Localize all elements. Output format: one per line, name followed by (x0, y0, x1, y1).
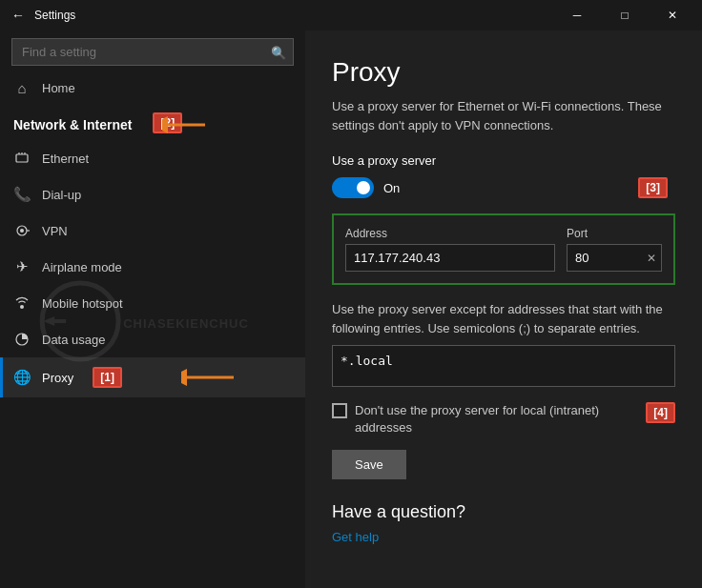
main-panel: Proxy Use a proxy server for Ethernet or… (305, 30, 702, 588)
sidebar-item-airplane-label: Airplane mode (42, 260, 122, 274)
sidebar-item-datausage[interactable]: Data usage (0, 321, 305, 357)
sidebar-item-ethernet[interactable]: Ethernet (0, 140, 305, 176)
address-input[interactable] (345, 244, 555, 272)
sidebar-item-dialup-label: Dial-up (42, 188, 81, 202)
exceptions-input[interactable]: *.local (332, 345, 675, 387)
sidebar-item-ethernet-label: Ethernet (42, 152, 89, 166)
datausage-icon (13, 331, 31, 348)
sidebar: 🔍 ⌂ Home Network & Internet [2] (0, 30, 305, 588)
port-clear-button[interactable]: ✕ (647, 252, 656, 265)
dialup-icon: 📞 (13, 186, 31, 203)
annotation-badge-3: [3] (638, 177, 668, 198)
arrow-2-svg (162, 113, 210, 136)
local-checkbox[interactable] (332, 403, 347, 418)
checkbox-label: Don't use the proxy server for local (in… (355, 402, 630, 436)
port-input-wrap: ✕ (567, 244, 662, 272)
toggle-state-label: On (383, 181, 400, 195)
window-title: Settings (34, 9, 75, 22)
sidebar-item-home-label: Home (42, 81, 75, 95)
annotation-badge-4: [4] (646, 402, 675, 423)
exceptions-description: Use the proxy server except for addresse… (332, 300, 675, 337)
sidebar-item-vpn[interactable]: VPN (0, 213, 305, 249)
address-field-group: Address (345, 227, 555, 272)
proxy-toggle-row: On [3] (332, 177, 675, 198)
search-input[interactable] (11, 38, 294, 66)
annotation-badge-1: [1] (93, 367, 122, 388)
sidebar-item-proxy-label: Proxy (42, 371, 73, 385)
title-bar-left: ← Settings (11, 8, 75, 23)
svg-rect-1 (16, 154, 28, 162)
app-body: 🔍 ⌂ Home Network & Internet [2] (0, 30, 702, 588)
title-bar: ← Settings ─ □ ✕ (0, 0, 702, 30)
sidebar-item-hotspot-label: Mobile hotspot (42, 296, 123, 311)
sidebar-item-home[interactable]: ⌂ Home (0, 70, 305, 106)
sidebar-item-hotspot[interactable]: Mobile hotspot (0, 285, 305, 321)
fields-row: Address Port ✕ (345, 227, 662, 272)
maximize-button[interactable]: □ (603, 0, 647, 30)
sidebar-item-datausage-label: Data usage (42, 333, 106, 347)
proxy-icon: 🌐 (13, 369, 31, 386)
vpn-icon (13, 222, 31, 239)
back-button[interactable]: ← (11, 8, 25, 23)
search-icon: 🔍 (271, 45, 286, 59)
use-proxy-label: Use a proxy server (332, 153, 675, 168)
proxy-fields-box: Address Port ✕ (332, 213, 675, 285)
page-description: Use a proxy server for Ethernet or Wi-Fi… (332, 97, 675, 134)
minimize-button[interactable]: ─ (555, 0, 599, 30)
port-label: Port (567, 227, 662, 240)
proxy-toggle[interactable] (332, 177, 374, 198)
sidebar-heading: Network & Internet (0, 106, 145, 140)
airplane-icon: ✈ (13, 258, 31, 275)
ethernet-icon (13, 150, 31, 167)
search-container: 🔍 (11, 38, 294, 66)
sidebar-item-dialup[interactable]: 📞 Dial-up (0, 176, 305, 213)
port-field-group: Port ✕ (567, 227, 662, 272)
arrow-1-svg (181, 366, 238, 389)
sidebar-item-proxy[interactable]: 🌐 Proxy [1] (0, 357, 305, 397)
close-button[interactable]: ✕ (650, 0, 694, 30)
sidebar-item-vpn-label: VPN (42, 224, 68, 238)
address-label: Address (345, 227, 555, 240)
get-help-link[interactable]: Get help (332, 530, 379, 544)
hotspot-icon (13, 294, 31, 312)
home-icon: ⌂ (13, 79, 31, 96)
svg-point-6 (20, 229, 24, 233)
save-button[interactable]: Save (332, 450, 406, 479)
page-title: Proxy (332, 57, 675, 88)
faq-title: Have a question? (332, 502, 675, 522)
title-bar-controls: ─ □ ✕ (555, 0, 694, 30)
sidebar-item-airplane[interactable]: ✈ Airplane mode (0, 249, 305, 285)
checkbox-row: Don't use the proxy server for local (in… (332, 402, 675, 436)
